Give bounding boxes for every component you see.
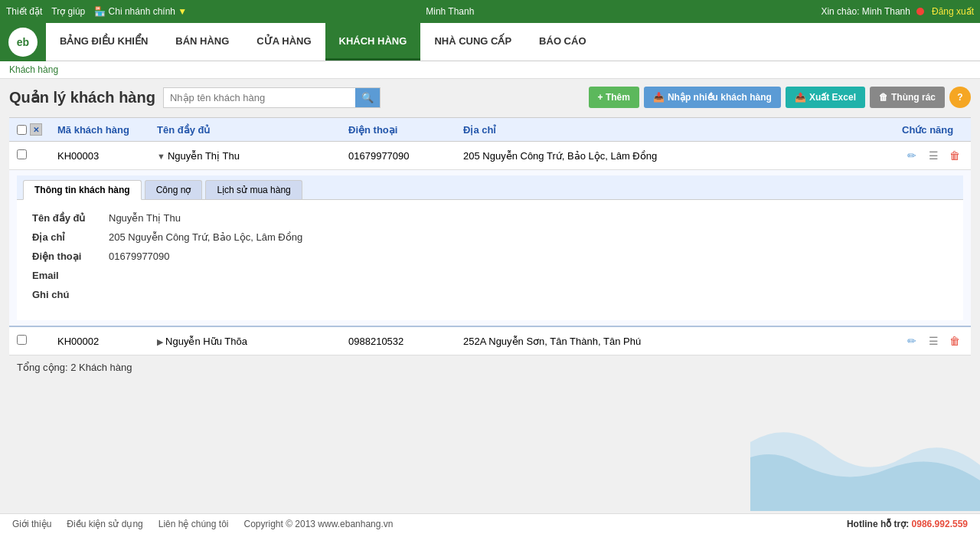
detail-label-address: Địa chỉ — [32, 231, 109, 243]
col-header-address: Địa chỉ — [456, 118, 894, 142]
total-row: Tổng cộng: 2 Khách hàng — [9, 355, 971, 379]
tab-customer-info[interactable]: Thông tin khách hàng — [23, 180, 142, 200]
settings-link[interactable]: Thiết đặt — [6, 6, 42, 17]
row2-phone: 0988210532 — [341, 326, 456, 355]
select-all-checkbox[interactable] — [17, 125, 27, 135]
row1-detail-icon[interactable]: ☰ — [925, 147, 942, 164]
col-header-name: Tên đầy đủ — [149, 118, 341, 142]
export-excel-button[interactable]: 📤 Xuất Excel — [786, 87, 865, 108]
row1-checkbox-cell — [9, 142, 50, 170]
row1-id: KH00003 — [50, 142, 149, 170]
detail-inner: Thông tin khách hàng Công nợ Lịch sử mua… — [17, 175, 963, 320]
branch-link[interactable]: 🏪 Chi nhánh chính ▼ — [94, 6, 187, 17]
row1-expand-arrow[interactable]: ▼ — [157, 152, 168, 161]
top-bar: Thiết đặt Trợ giúp 🏪 Chi nhánh chính ▼ M… — [0, 0, 980, 23]
row1-name: ▼ Nguyễn Thị Thu — [149, 142, 341, 170]
add-customer-button[interactable]: + Thêm — [589, 87, 639, 108]
detail-value-phone: 01679977090 — [109, 251, 170, 262]
row1-actions: ✏ ☰ 🗑 — [894, 142, 971, 170]
row1-phone: 01679977090 — [341, 142, 456, 170]
nav-item-dashboard[interactable]: BẢNG ĐIỀU KHIỂN — [46, 23, 162, 61]
col-header-phone: Điện thoại — [341, 118, 456, 142]
row2-edit-icon[interactable]: ✏ — [903, 333, 920, 349]
export-icon: 📤 — [795, 92, 806, 103]
top-bar-right: Xin chào: Minh Thanh Đăng xuất — [821, 6, 974, 17]
greeting: Xin chào: Minh Thanh — [821, 6, 910, 17]
help-button[interactable]: ? — [949, 87, 971, 108]
detail-label-note: Ghi chú — [32, 289, 109, 300]
table-header-row: ✕ Mã khách hàng Tên đầy đủ Điện thoại Đị… — [9, 118, 971, 142]
detail-row-address: Địa chỉ 205 Nguyễn Công Trứ, Bảo Lộc, Lâ… — [32, 231, 948, 243]
import-icon: 📥 — [653, 92, 665, 103]
row2-name: ▶ Nguyễn Hữu Thõa — [149, 326, 341, 355]
col-header-action: Chức năng — [894, 118, 971, 142]
table-row: KH00002 ▶ Nguyễn Hữu Thõa 0988210532 252… — [9, 326, 971, 355]
page-title: Quản lý khách hàng — [9, 88, 155, 106]
import-customers-button[interactable]: 📥 Nhập nhiều khách hàng — [644, 87, 781, 108]
total-text: Tổng cộng: 2 Khách hàng — [17, 362, 132, 373]
logout-link[interactable]: Đăng xuất — [932, 6, 974, 17]
row2-id: KH00002 — [50, 326, 149, 355]
nav-menu: BẢNG ĐIỀU KHIỂN BÁN HÀNG CỬA HÀNG KHÁCH … — [46, 23, 600, 61]
logo-text: eb — [8, 28, 38, 57]
detail-value-address: 205 Nguyễn Công Trứ, Bảo Lộc, Lâm Đồng — [109, 231, 302, 243]
nav-item-reports[interactable]: BÁO CÁO — [525, 23, 599, 61]
row1-address: 205 Nguyễn Công Trứ, Bảo Lộc, Lâm Đồng — [456, 142, 894, 170]
detail-row-note: Ghi chú — [32, 289, 948, 300]
action-buttons: + Thêm 📥 Nhập nhiều khách hàng 📤 Xuất Ex… — [589, 87, 971, 108]
detail-row-phone: Điện thoại 01679977090 — [32, 251, 948, 262]
nav-item-suppliers[interactable]: NHÀ CUNG CẤP — [420, 23, 525, 61]
center-user: Minh Thanh — [426, 6, 474, 17]
clear-selection-button[interactable]: ✕ — [30, 123, 42, 136]
row1-checkbox[interactable] — [17, 149, 27, 159]
breadcrumb: Khách hàng — [0, 61, 980, 79]
row2-checkbox[interactable] — [17, 335, 27, 345]
search-button[interactable]: 🔍 — [355, 88, 380, 107]
search-box: 🔍 — [163, 87, 381, 108]
trash-button[interactable]: 🗑 Thùng rác — [870, 87, 945, 108]
tab-purchase-history[interactable]: Lịch sử mua hàng — [205, 180, 302, 199]
row2-detail-icon[interactable]: ☰ — [925, 333, 942, 349]
page-content: Quản lý khách hàng 🔍 + Thêm 📥 Nhập nhiều… — [0, 79, 980, 387]
customer-table: ✕ Mã khách hàng Tên đầy đủ Điện thoại Đị… — [9, 117, 971, 355]
row2-checkbox-cell — [9, 326, 50, 355]
detail-row-name: Tên đầy đủ Nguyễn Thị Thu — [32, 212, 948, 224]
row1-edit-icon[interactable]: ✏ — [903, 147, 920, 164]
detail-label-name: Tên đầy đủ — [32, 212, 109, 224]
row2-delete-icon[interactable]: 🗑 — [946, 333, 963, 349]
nav-item-customers[interactable]: KHÁCH HÀNG — [325, 23, 421, 61]
table-row: KH00003 ▼ Nguyễn Thị Thu 01679977090 205… — [9, 142, 971, 170]
expand-detail-cell: Thông tin khách hàng Công nợ Lịch sử mua… — [9, 170, 971, 327]
tab-debt[interactable]: Công nợ — [145, 180, 203, 199]
row2-actions: ✏ ☰ 🗑 — [894, 326, 971, 355]
detail-label-phone: Điện thoại — [32, 251, 109, 262]
help-link[interactable]: Trợ giúp — [51, 6, 85, 17]
row2-expand-arrow[interactable]: ▶ — [157, 337, 165, 346]
nav-item-store[interactable]: CỬA HÀNG — [243, 23, 325, 61]
col-header-id: Mã khách hàng — [50, 118, 149, 142]
detail-form: Tên đầy đủ Nguyễn Thị Thu Địa chỉ 205 Ng… — [17, 200, 963, 320]
nav-item-sales[interactable]: BÁN HÀNG — [162, 23, 243, 61]
logo-nav: eb BẢNG ĐIỀU KHIỂN BÁN HÀNG CỬA HÀNG KHÁ… — [0, 23, 980, 61]
detail-tabs: Thông tin khách hàng Công nợ Lịch sử mua… — [17, 175, 963, 200]
row2-address: 252A Nguyễn Sơn, Tân Thành, Tân Phú — [456, 326, 894, 355]
page-header: Quản lý khách hàng 🔍 + Thêm 📥 Nhập nhiều… — [9, 87, 971, 108]
detail-value-name: Nguyễn Thị Thu — [109, 212, 181, 224]
search-input[interactable] — [164, 88, 355, 107]
trash-icon: 🗑 — [879, 92, 888, 103]
detail-label-email: Email — [32, 270, 109, 281]
logo[interactable]: eb — [0, 23, 46, 61]
top-bar-left: Thiết đặt Trợ giúp 🏪 Chi nhánh chính ▼ M… — [6, 6, 474, 17]
status-dot — [916, 8, 924, 15]
detail-row-email: Email — [32, 270, 948, 281]
row1-delete-icon[interactable]: 🗑 — [946, 147, 963, 164]
expand-detail-row: Thông tin khách hàng Công nợ Lịch sử mua… — [9, 170, 971, 327]
col-header-checkbox: ✕ — [9, 118, 50, 142]
